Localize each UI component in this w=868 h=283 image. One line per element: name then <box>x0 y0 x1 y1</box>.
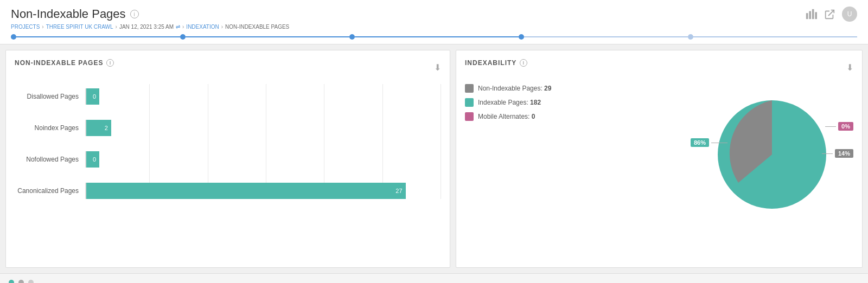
bar-label-noindex: Noindex Pages <box>15 124 85 132</box>
bar-track-canonicalized: 27 <box>85 183 441 199</box>
breadcrumb-projects[interactable]: PROJECTS <box>11 24 40 30</box>
bar-track-disallowed: 0 <box>85 88 441 105</box>
bar-fill-nofollowed: 0 <box>86 151 99 168</box>
pie-label-0-container: 0% <box>825 122 853 131</box>
bar-chart-icon[interactable] <box>805 8 817 20</box>
progress-dot-1 <box>11 34 16 40</box>
pie-label-14-container: 14% <box>822 149 853 158</box>
bar-label-disallowed: Disallowed Pages <box>15 93 85 100</box>
card-title-row-right: INDEXABILITY i ⬇ <box>465 59 853 75</box>
bar-chart: Disallowed Pages 0 Noindex Pages 2 <box>15 84 441 199</box>
progress-dot-5 <box>688 34 693 40</box>
bar-label-canonicalized: Canonicalized Pages <box>15 187 85 195</box>
card-title-row-left: NON-INDEXABLE PAGES i ⬇ <box>15 59 441 75</box>
main-content: NON-INDEXABLE PAGES i ⬇ Disallowed Pages <box>0 44 868 273</box>
non-indexable-download-icon[interactable]: ⬇ <box>434 62 441 73</box>
bar-value-disallowed: 0 <box>90 92 99 101</box>
progress-line-1 <box>16 36 180 37</box>
progress-line-4 <box>524 36 688 37</box>
bar-row-canonicalized: Canonicalized Pages 27 <box>15 183 441 199</box>
pie-label-14: 14% <box>835 149 853 158</box>
bar-chart-container: Disallowed Pages 0 Noindex Pages 2 <box>15 84 441 199</box>
legend-item-mobile: Mobile Alternates: 0 <box>465 112 551 121</box>
svg-rect-3 <box>815 12 817 19</box>
footer-dot-teal <box>9 280 14 284</box>
legend-value-indexable: 182 <box>530 99 541 106</box>
header-actions: U <box>805 7 857 22</box>
header: Non-Indexable Pages i U PROJECTS › THREE… <box>0 0 868 44</box>
bar-fill-canonicalized: 27 <box>86 183 406 199</box>
pie-line-86 <box>711 143 727 143</box>
footer-bar <box>0 273 868 283</box>
svg-rect-1 <box>809 11 811 20</box>
footer-dot-light <box>28 280 34 284</box>
progress-dot-3 <box>349 34 355 40</box>
pie-label-0: 0% <box>838 122 853 131</box>
indexability-info-icon[interactable]: i <box>520 59 527 67</box>
pie-line-14 <box>822 153 833 154</box>
progress-segment-5 <box>688 34 857 40</box>
bar-row-disallowed: Disallowed Pages 0 <box>15 88 441 105</box>
indexability-title: INDEXABILITY i <box>465 59 527 67</box>
pie-label-86: 86% <box>691 138 709 147</box>
non-indexable-pages-title: NON-INDEXABLE PAGES i <box>15 59 114 67</box>
pie-label-86-container: 86% <box>691 138 727 147</box>
progress-segment-4 <box>519 34 688 40</box>
bar-row-noindex: Noindex Pages 2 <box>15 120 441 136</box>
header-top: Non-Indexable Pages i U <box>11 7 857 22</box>
progress-dot-4 <box>519 34 524 40</box>
pie-chart-wrapper: 86% 0% 14% <box>691 89 853 220</box>
page-title-info-icon[interactable]: i <box>130 10 139 18</box>
legend-value-non-indexable: 29 <box>544 85 551 92</box>
progress-line-2 <box>186 36 349 37</box>
bar-value-noindex: 2 <box>101 124 111 132</box>
bar-label-nofollowed: Nofollowed Pages <box>15 156 85 163</box>
progress-line-5 <box>693 36 857 37</box>
indexability-download-icon[interactable]: ⬇ <box>846 62 853 73</box>
breadcrumb-arrow: ⇌ <box>176 24 180 30</box>
breadcrumb-current: NON-INDEXABLE PAGES <box>225 24 289 30</box>
svg-rect-2 <box>812 9 814 19</box>
non-indexable-info-icon[interactable]: i <box>106 59 114 67</box>
pie-chart-svg <box>712 95 832 214</box>
indexability-card: INDEXABILITY i ⬇ Non-Indexable Pages: 29… <box>456 50 863 268</box>
bar-track-nofollowed: 0 <box>85 151 441 168</box>
breadcrumb-date: JAN 12, 2021 3:25 AM <box>119 24 174 30</box>
pie-section: 86% 0% 14% <box>562 89 853 220</box>
legend-item-indexable: Indexable Pages: 182 <box>465 98 551 107</box>
progress-segment-1 <box>11 34 180 40</box>
footer-dot-gray <box>18 280 24 284</box>
legend-value-mobile: 0 <box>532 113 535 120</box>
bar-value-nofollowed: 0 <box>90 155 99 164</box>
progress-segment-2 <box>180 34 349 40</box>
legend-color-non-indexable <box>465 84 474 93</box>
progress-bar <box>11 34 857 44</box>
breadcrumb: PROJECTS › THREE SPIRIT UK CRAWL › JAN 1… <box>11 24 857 30</box>
bar-row-nofollowed: Nofollowed Pages 0 <box>15 151 441 168</box>
user-avatar[interactable]: U <box>842 7 857 22</box>
legend-items: Non-Indexable Pages: 29 Indexable Pages:… <box>465 84 551 126</box>
legend-item-non-indexable: Non-Indexable Pages: 29 <box>465 84 551 93</box>
export-icon[interactable] <box>824 8 835 20</box>
non-indexable-pages-card: NON-INDEXABLE PAGES i ⬇ Disallowed Pages <box>5 50 450 268</box>
progress-line-3 <box>355 36 519 37</box>
pie-line-0 <box>825 126 836 127</box>
progress-segment-3 <box>349 34 519 40</box>
legend-color-indexable <box>465 98 474 107</box>
breadcrumb-indexation[interactable]: INDEXATION <box>186 24 219 30</box>
page-title: Non-Indexable Pages i <box>11 7 139 21</box>
progress-dot-2 <box>180 34 186 40</box>
breadcrumb-crawl[interactable]: THREE SPIRIT UK CRAWL <box>46 24 113 30</box>
legend-color-mobile <box>465 112 474 121</box>
svg-rect-0 <box>806 13 808 19</box>
bar-fill-noindex: 2 <box>86 120 111 136</box>
bar-value-canonicalized: 27 <box>392 186 405 195</box>
bar-fill-disallowed: 0 <box>86 88 99 105</box>
bar-track-noindex: 2 <box>85 120 441 136</box>
indexability-content: Non-Indexable Pages: 29 Indexable Pages:… <box>465 84 853 220</box>
